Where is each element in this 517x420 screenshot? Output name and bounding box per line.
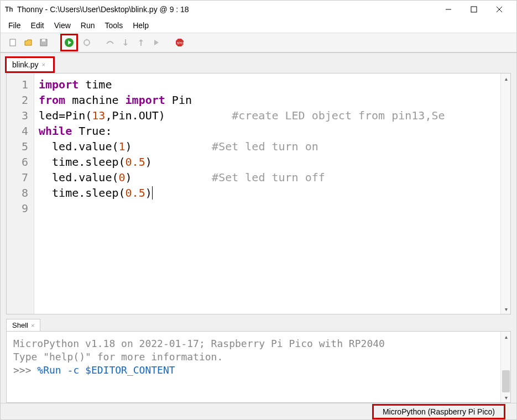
svg-marker-16	[139, 39, 143, 41]
line-gutter: 123456789	[7, 74, 34, 314]
svg-text:STOP: STOP	[177, 41, 185, 45]
menubar: File Edit View Run Tools Help	[1, 18, 516, 33]
menu-view[interactable]: View	[50, 19, 75, 32]
close-tab-icon[interactable]: ×	[41, 61, 45, 68]
menu-edit[interactable]: Edit	[27, 19, 49, 32]
titlebar: Th Thonny - C:\Users\User\Desktop\blink.…	[1, 1, 516, 18]
editor-tabrow: blink.py ×	[1, 56, 516, 73]
step-into-icon[interactable]	[119, 36, 132, 49]
window-title: Thonny - C:\Users\User\Desktop\blink.py …	[17, 5, 436, 14]
maximize-button[interactable]	[461, 1, 487, 18]
statusbar: MicroPython (Raspberry Pi Pico)	[1, 403, 516, 419]
step-over-icon[interactable]	[103, 36, 117, 49]
resume-icon[interactable]	[150, 36, 163, 49]
svg-rect-2	[471, 7, 477, 12]
scroll-down-icon[interactable]: ▾	[501, 304, 511, 314]
editor-area: blink.py × 123456789 import timefrom mac…	[1, 53, 516, 403]
app-icon: Th	[5, 5, 14, 14]
debug-icon[interactable]	[80, 36, 93, 49]
shell-output: MicroPython v1.18 on 2022-01-17; Raspber…	[7, 332, 510, 382]
shell-scrollbar[interactable]: ▴ ▾	[500, 332, 510, 402]
save-file-icon[interactable]	[37, 36, 50, 49]
svg-rect-5	[10, 39, 15, 46]
step-out-icon[interactable]	[134, 36, 148, 49]
svg-text:Th: Th	[5, 6, 13, 13]
interpreter-label: MicroPython (Raspberry Pi Pico)	[383, 407, 495, 416]
svg-marker-14	[123, 44, 128, 46]
shell-pane[interactable]: MicroPython v1.18 on 2022-01-17; Raspber…	[6, 331, 511, 403]
scroll-thumb[interactable]	[502, 370, 510, 392]
menu-file[interactable]: File	[4, 19, 25, 32]
close-shell-icon[interactable]: ×	[31, 322, 34, 329]
stop-button[interactable]: STOP	[173, 36, 186, 49]
toolbar: STOP	[1, 33, 516, 53]
svg-point-10	[84, 40, 90, 45]
close-button[interactable]	[487, 1, 512, 18]
run-button[interactable]	[62, 36, 76, 49]
editor-tab[interactable]: blink.py ×	[5, 56, 55, 73]
scroll-up-icon[interactable]: ▴	[501, 74, 511, 83]
svg-rect-7	[42, 39, 45, 41]
run-button-highlight	[60, 34, 78, 51]
shell-tab-label: Shell	[12, 321, 28, 329]
code-editor[interactable]: import timefrom machine import Pinled=Pi…	[34, 74, 510, 314]
shell-area: Shell × MicroPython v1.18 on 2022-01-17;…	[6, 319, 511, 403]
new-file-icon[interactable]	[6, 36, 19, 49]
editor-tab-label: blink.py	[12, 60, 38, 69]
interpreter-selector[interactable]: MicroPython (Raspberry Pi Pico)	[372, 404, 505, 419]
menu-help[interactable]: Help	[128, 19, 153, 32]
code-pane: 123456789 import timefrom machine import…	[6, 73, 511, 314]
shell-tab[interactable]: Shell ×	[6, 319, 40, 331]
scroll-down-icon[interactable]: ▾	[501, 392, 511, 402]
editor-scrollbar[interactable]: ▴ ▾	[500, 74, 510, 314]
menu-tools[interactable]: Tools	[100, 19, 127, 32]
window-controls	[436, 1, 512, 18]
scroll-up-icon[interactable]: ▴	[501, 332, 511, 342]
open-file-icon[interactable]	[22, 36, 35, 49]
svg-marker-17	[154, 40, 159, 45]
minimize-button[interactable]	[436, 1, 461, 18]
menu-run[interactable]: Run	[76, 19, 100, 32]
